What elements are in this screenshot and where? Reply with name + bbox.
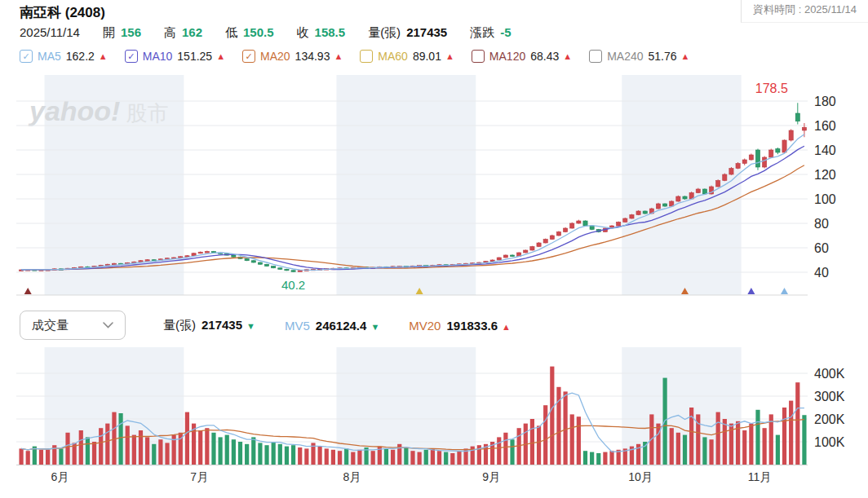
volume-stat-item: 量(張)217435▼ [163, 318, 255, 333]
volume-bar [65, 433, 69, 465]
candle [563, 228, 567, 232]
quote-label: 開 [103, 25, 115, 39]
ma-direction-icon: ▲ [681, 51, 690, 61]
volume-bar [198, 430, 202, 465]
ma-value: 151.25 [177, 50, 212, 63]
volume-bar [749, 424, 753, 465]
price-axis-label: 180 [814, 95, 836, 108]
candle [543, 240, 547, 244]
volume-bar [338, 451, 342, 465]
volume-bar [570, 414, 574, 465]
volume-bar [577, 416, 581, 465]
candle [139, 261, 143, 262]
month-label: 7月 [190, 470, 208, 485]
volume-bar [656, 424, 660, 465]
candle [510, 255, 514, 257]
volume-bar [264, 445, 268, 465]
volume-bar [99, 428, 103, 465]
volume-bar [19, 448, 23, 465]
month-label: 8月 [343, 470, 361, 485]
candle [656, 204, 660, 209]
dropdown-label: 成交量 [32, 318, 69, 333]
candle [497, 258, 501, 260]
volume-stat-value: 217435 [202, 318, 242, 332]
candle [291, 271, 295, 272]
ma-toggle-ma10[interactable]: ✓MA10151.25▲ [125, 50, 225, 63]
ma-checkbox-ma10[interactable]: ✓ [125, 50, 138, 63]
volume-bar [603, 452, 607, 465]
volume-bar [145, 437, 149, 465]
volume-bar [556, 387, 560, 465]
volume-bar [404, 447, 408, 465]
volume-bar-chart[interactable]: 100K200K300K400K [0, 347, 868, 466]
price-candlestick-chart[interactable]: yahoo! 股市406080100120140160180178.540.2 [0, 75, 868, 303]
volume-bar [583, 451, 587, 465]
volume-bar [563, 391, 567, 465]
candle [623, 218, 627, 223]
volume-bar [304, 448, 308, 465]
ma-toggle-ma60[interactable]: MA6089.01▲ [360, 50, 454, 63]
volume-bar [384, 448, 388, 465]
volume-bar [802, 415, 806, 465]
candle [802, 127, 806, 130]
volume-stats: 量(張)217435▼MV5246124.4▼MV20191833.6▲ [163, 318, 540, 333]
volume-bar [118, 413, 122, 465]
ma-checkbox-ma60[interactable] [360, 50, 373, 63]
volume-bar [225, 435, 229, 465]
volume-direction-icon: ▼ [370, 322, 379, 332]
volume-bar [510, 439, 514, 465]
volume-stat-item: MV20191833.6▲ [409, 319, 511, 333]
ma-toggle-ma5[interactable]: ✓MA5162.2▲ [20, 50, 108, 63]
candle [636, 211, 640, 215]
month-label: 11月 [748, 470, 772, 485]
volume-bar [298, 447, 302, 465]
volume-bar [291, 445, 295, 465]
stock-chart-page: 南亞科 (2408) 資料時間 : 2025/11/14 2025/11/14開… [0, 0, 868, 498]
ma-checkbox-ma240[interactable] [589, 50, 602, 63]
candle [112, 263, 116, 265]
high-price-annotation: 178.5 [755, 82, 788, 95]
ma-checkbox-ma5[interactable]: ✓ [20, 50, 33, 63]
volume-bar [357, 450, 361, 465]
candle [503, 255, 507, 258]
ma-checkbox-ma120[interactable] [472, 50, 485, 63]
volume-bar [410, 451, 414, 465]
volume-indicator-dropdown[interactable]: 成交量 [20, 311, 126, 340]
volume-axis-label: 300K [814, 390, 845, 403]
ma-label: MA10 [143, 50, 173, 63]
quote-date: 2025/11/14 [20, 25, 80, 39]
ma-direction-icon: ▲ [563, 51, 572, 61]
quote-value: 158.5 [315, 25, 346, 39]
volume-header: 成交量 量(張)217435▼MV5246124.4▼MV20191833.6▲ [0, 303, 868, 347]
volume-bar [245, 444, 249, 465]
candle [232, 255, 236, 257]
quote-value: 162 [182, 25, 202, 39]
volume-bar [424, 450, 428, 465]
volume-bar [238, 442, 242, 465]
ma-label: MA5 [38, 50, 61, 63]
candle [663, 204, 667, 206]
volume-bar [285, 447, 289, 465]
price-axis-label: 140 [814, 143, 836, 157]
ma-toggle-row: ✓MA5162.2▲✓MA10151.25▲✓MA20134.93▲MA6089… [20, 50, 706, 63]
volume-axis-label: 100K [814, 435, 845, 449]
volume-bar [418, 452, 422, 465]
month-label: 6月 [51, 470, 69, 485]
candle [789, 130, 793, 140]
volume-bar [318, 447, 322, 465]
ma-toggle-ma120[interactable]: MA12068.43▲ [472, 50, 572, 63]
candle [251, 261, 255, 262]
volume-bar [132, 435, 136, 465]
ma-checkbox-ma20[interactable]: ✓ [242, 50, 255, 63]
quote-item: 高162 [164, 25, 202, 39]
volume-bar [596, 453, 600, 465]
candle [729, 169, 733, 175]
ma-toggle-ma240[interactable]: MA24051.76▲ [589, 50, 689, 63]
ma-toggle-ma20[interactable]: ✓MA20134.93▲ [242, 50, 343, 63]
volume-stat-item: MV5246124.4▼ [285, 319, 379, 333]
ma-direction-icon: ▲ [216, 51, 225, 61]
volume-bar [79, 430, 83, 465]
volume-bar [251, 437, 255, 465]
volume-bar [272, 442, 276, 465]
volume-bar [763, 428, 767, 465]
